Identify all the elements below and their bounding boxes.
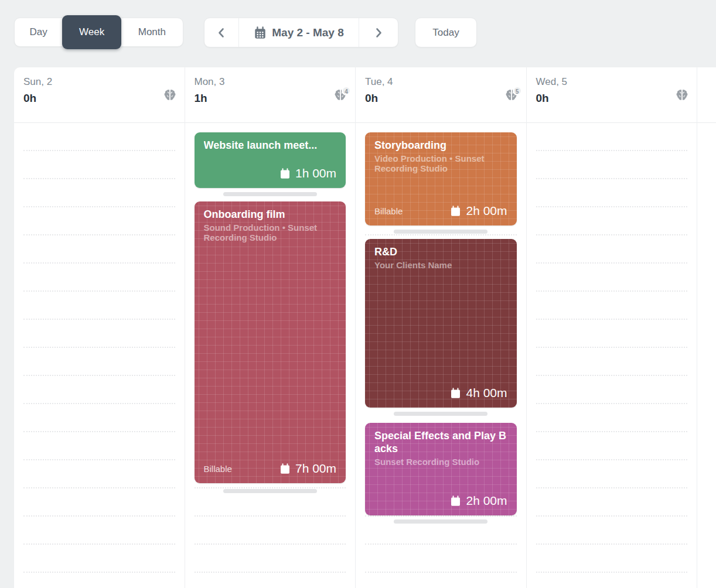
grid-row-line	[23, 487, 175, 488]
day-header: Mon, 3 1h 4	[185, 67, 356, 123]
calendar-icon	[450, 495, 461, 507]
date-navigator: May 2 - May 8	[204, 18, 398, 47]
entry-project: Sunset Recording Studio	[374, 457, 507, 467]
grid-row-line	[195, 543, 346, 545]
ai-brain-icon[interactable]: 4	[333, 88, 347, 102]
grid-row-line	[536, 290, 688, 292]
grid-row-line	[536, 206, 688, 207]
entry-duration: 7h 00m	[279, 461, 336, 476]
grid-row-line	[23, 375, 175, 376]
day-total: 0h	[536, 92, 688, 105]
day-header: Tue, 4 0h 5	[356, 67, 526, 123]
grid-row-line	[23, 515, 175, 517]
day-body[interactable]: Website launch meet... 1h 00m Onboarding…	[185, 123, 356, 588]
entry-title: Storyboarding	[374, 139, 507, 152]
prev-week-button[interactable]	[204, 18, 239, 47]
resize-handle[interactable]	[394, 230, 487, 234]
calendar-icon	[279, 463, 291, 474]
grid-row-line	[23, 206, 175, 207]
resize-handle[interactable]	[223, 192, 317, 196]
suggestions-count-badge: 5	[513, 86, 522, 95]
day-header: Sun, 2 0h	[14, 67, 185, 123]
grid-row-line	[23, 572, 175, 573]
time-entry-card[interactable]: Website launch meet... 1h 00m	[195, 132, 346, 188]
grid-row-line	[536, 178, 688, 179]
grid-row-line	[23, 543, 175, 545]
grid-row-line	[536, 319, 688, 320]
ai-brain-icon[interactable]	[675, 88, 689, 102]
grid-row-line	[23, 290, 175, 292]
day-column-mon: Mon, 3 1h 4 Website launch meet... 1h 00…	[185, 67, 356, 588]
grid-row-line	[536, 487, 688, 488]
day-name: Wed, 5	[536, 76, 688, 88]
resize-handle[interactable]	[394, 412, 487, 416]
entry-project: Video Production • Sunset Recording Stud…	[374, 153, 507, 174]
resize-handle[interactable]	[223, 489, 317, 493]
calendar-icon	[279, 168, 291, 179]
tab-day[interactable]: Day	[15, 18, 62, 46]
grid-row-line	[536, 431, 688, 432]
entry-duration: 1h 00m	[279, 166, 336, 180]
grid-row-line	[23, 347, 175, 348]
day-total: 0h	[365, 92, 517, 105]
grid-row-line	[365, 515, 517, 517]
grid-row-line	[536, 347, 688, 348]
date-range-label: May 2 - May 8	[272, 26, 344, 39]
day-header: Wed, 5 0h	[527, 67, 697, 123]
ai-brain-icon[interactable]	[163, 88, 177, 102]
day-total: 1h	[195, 92, 346, 105]
time-entry-card[interactable]: Storyboarding Video Production • Sunset …	[365, 132, 517, 225]
grid-row-line	[23, 178, 175, 179]
grid-row-line	[195, 487, 346, 488]
view-switcher: Day Week Month	[14, 18, 183, 47]
entry-title: R&D	[374, 246, 507, 259]
calendar-panel: Sun, 2 0h Mon, 3 1h 4 Website launch mee…	[14, 67, 716, 588]
grid-row-line	[23, 262, 175, 264]
date-range-button[interactable]: May 2 - May 8	[239, 18, 359, 47]
day-body	[697, 123, 716, 588]
today-button[interactable]: Today	[415, 18, 477, 47]
resize-handle[interactable]	[394, 519, 487, 524]
billable-label: Billable	[374, 206, 403, 216]
grid-row-line	[23, 403, 175, 404]
calendar-icon	[450, 206, 461, 217]
grid-row-line	[23, 431, 175, 432]
entry-duration: 4h 00m	[450, 386, 507, 400]
time-entry-card[interactable]: Special Effects and Play Backs Sunset Re…	[365, 423, 517, 515]
tab-week[interactable]: Week	[62, 15, 121, 49]
day-body[interactable]	[14, 123, 185, 588]
calendar-icon	[254, 26, 267, 39]
billable-label: Billable	[204, 464, 232, 474]
entry-title: Special Effects and Play Backs	[374, 430, 507, 456]
entry-title: Website launch meet...	[204, 139, 337, 152]
time-entry-card[interactable]: Onboarding film Sound Production • Sunse…	[195, 201, 346, 483]
grid-row-line	[365, 234, 517, 235]
grid-row-line	[536, 262, 688, 264]
ai-brain-icon[interactable]: 5	[504, 88, 519, 102]
day-body[interactable]	[527, 123, 697, 588]
day-column-sun: Sun, 2 0h	[14, 67, 185, 588]
grid-row-line	[536, 375, 688, 376]
chevron-right-icon	[371, 26, 386, 40]
grid-row-line	[23, 234, 175, 235]
suggestions-count-badge: 4	[342, 86, 351, 95]
tab-month[interactable]: Month	[121, 18, 183, 46]
grid-row-line	[195, 515, 346, 517]
grid-row-line	[536, 543, 688, 545]
next-week-button[interactable]	[359, 18, 398, 47]
day-column-next-sliver	[697, 67, 716, 588]
day-name: Tue, 4	[365, 76, 517, 88]
grid-row-line	[23, 150, 175, 151]
grid-row-line	[23, 319, 175, 320]
grid-row-line	[365, 543, 517, 545]
grid-row-line	[365, 572, 517, 573]
day-column-wed: Wed, 5 0h	[527, 67, 698, 588]
day-name: Mon, 3	[195, 76, 346, 88]
time-entry-card[interactable]: R&D Your Clients Name 4h 00m	[365, 239, 517, 408]
day-body[interactable]: Storyboarding Video Production • Sunset …	[356, 123, 526, 588]
grid-row-line	[536, 234, 688, 235]
entry-duration: 2h 00m	[450, 204, 507, 218]
entry-duration: 2h 00m	[450, 494, 507, 508]
grid-row-line	[536, 150, 688, 151]
grid-row-line	[536, 515, 688, 517]
